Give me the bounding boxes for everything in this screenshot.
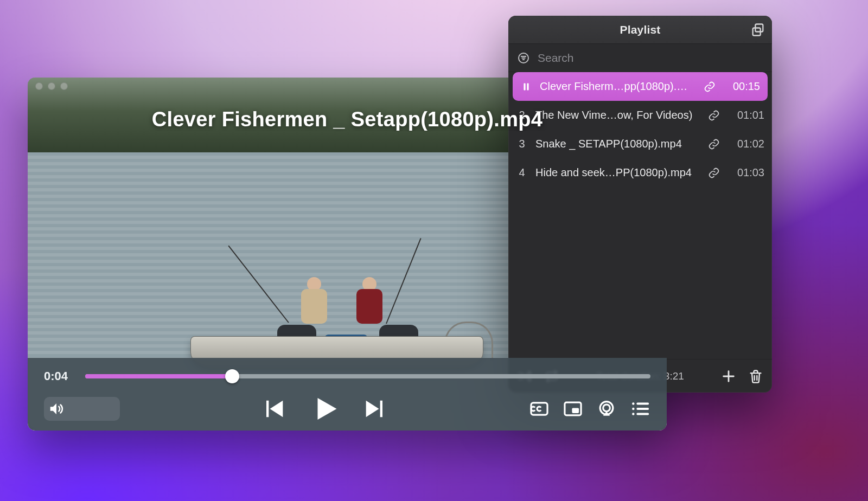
playlist-item-index: 3 <box>516 138 528 150</box>
window-minimize-button[interactable] <box>48 82 55 90</box>
filter-icon[interactable] <box>517 52 530 65</box>
video-title-overlay: Clever Fishermen _ Setapp(1080p).mp4 <box>28 108 667 131</box>
playlist-item[interactable]: 4Hide and seek…PP(1080p).mp401:03 <box>508 158 772 187</box>
detach-playlist-button[interactable] <box>750 22 765 37</box>
playlist-item-index: 4 <box>516 166 528 179</box>
airplay-button[interactable] <box>596 399 617 419</box>
playlist-item-name: Hide and seek…PP(1080p).mp4 <box>535 166 700 179</box>
playlist-panel: Playlist Clever Fisherm…pp(1080p).mp400:… <box>508 16 772 393</box>
delete-from-playlist-button[interactable] <box>748 369 763 384</box>
window-zoom-button[interactable] <box>60 82 68 90</box>
svg-point-6 <box>632 402 634 404</box>
seek-bar-fill <box>85 374 232 378</box>
svg-point-8 <box>632 413 634 415</box>
playlist-item-duration: 01:01 <box>727 109 764 121</box>
window-titlebar <box>28 78 667 95</box>
volume-icon[interactable] <box>48 401 65 417</box>
picture-in-picture-button[interactable] <box>563 399 583 419</box>
link-icon <box>708 167 720 179</box>
current-time-label: 0:04 <box>44 369 75 383</box>
seek-bar-knob[interactable] <box>225 369 239 383</box>
playlist-search-input[interactable] <box>538 52 763 65</box>
player-controls: 0:04 <box>28 358 667 431</box>
seek-bar[interactable] <box>85 374 650 378</box>
subtitles-button[interactable] <box>529 399 550 419</box>
svg-point-5 <box>603 404 610 412</box>
next-track-button[interactable] <box>361 395 390 423</box>
svg-marker-0 <box>50 403 56 414</box>
playlist-item-name: Snake _ SETAPP(1080p).mp4 <box>535 138 700 150</box>
svg-rect-3 <box>572 408 579 413</box>
playlist-search-row <box>508 44 772 72</box>
svg-point-7 <box>632 408 634 410</box>
svg-rect-1 <box>531 403 547 415</box>
playlist-title: Playlist <box>620 23 660 36</box>
link-icon <box>708 110 720 121</box>
playlist-button[interactable] <box>630 399 650 419</box>
window-close-button[interactable] <box>35 82 43 90</box>
play-button[interactable] <box>308 393 341 425</box>
playlist-item-duration: 01:03 <box>727 166 764 179</box>
add-to-playlist-button[interactable] <box>721 369 736 384</box>
playlist-item-duration: 01:02 <box>727 138 764 150</box>
playlist-item-duration: 00:15 <box>723 80 760 93</box>
previous-track-button[interactable] <box>259 395 288 423</box>
playlist-header: Playlist <box>508 16 772 44</box>
volume-control[interactable] <box>44 397 120 421</box>
link-icon <box>704 81 716 93</box>
link-icon <box>708 138 720 150</box>
playlist-item[interactable]: 3Snake _ SETAPP(1080p).mp401:02 <box>508 130 772 158</box>
